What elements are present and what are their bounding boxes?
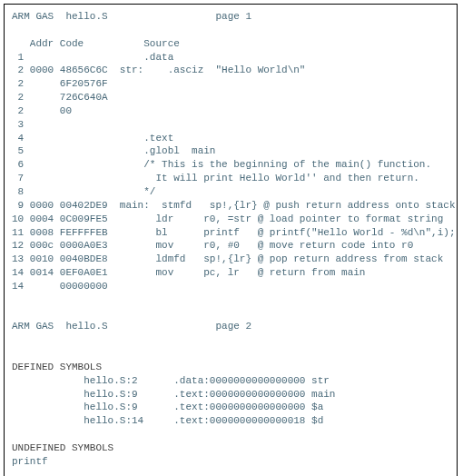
line-2c: 2 726C640A (12, 92, 108, 103)
line-1: 1 .data (12, 52, 173, 63)
undefsym-1: printf (12, 456, 48, 467)
listing-frame: ARM GAS hello.S page 1 Addr Code Source … (4, 4, 458, 476)
line-5: 5 .globl main (12, 145, 215, 156)
defsym-1: hello.S:2 .data:0000000000000000 str (12, 375, 330, 386)
page2-header: ARM GAS hello.S page 2 (12, 321, 251, 332)
undefined-symbols-header: UNDEFINED SYMBOLS (12, 442, 113, 453)
line-3: 3 (12, 119, 24, 130)
line-11: 11 0008 FEFFFFEB bl printf @ printf("Hel… (12, 227, 455, 238)
line-8: 8 */ (12, 186, 155, 197)
line-2b: 2 6F20576F (12, 78, 108, 89)
line-6: 6 /* This is the beginning of the main()… (12, 159, 431, 170)
line-9: 9 0000 00402DE9 main: stmfd sp!,{lr} @ p… (12, 200, 455, 211)
line-4: 4 .text (12, 133, 173, 144)
line-7: 7 It will print Hello World'' and then r… (12, 173, 419, 183)
defined-symbols-header: DEFINED SYMBOLS (12, 362, 102, 372)
line-10: 10 0004 0C009FE5 ldr r0, =str @ load poi… (12, 213, 443, 224)
line-14b: 14 00000000 (12, 281, 108, 292)
line-2: 2 0000 48656C6C str: .asciz "Hello World… (12, 64, 305, 75)
line-14: 14 0014 0EF0A0E1 mov pc, lr @ return fro… (12, 267, 365, 278)
listing-body: ARM GAS hello.S page 1 Addr Code Source … (12, 10, 449, 469)
defsym-4: hello.S:14 .text:0000000000000018 $d (12, 415, 323, 426)
page1-header: ARM GAS hello.S page 1 (12, 11, 251, 22)
line-12: 12 000c 0000A0E3 mov r0, #0 @ move retur… (12, 240, 413, 251)
defsym-3: hello.S:9 .text:0000000000000000 $a (12, 402, 323, 412)
line-2d: 2 00 (12, 105, 72, 116)
line-13: 13 0010 0040BDE8 ldmfd sp!,{lr} @ pop re… (12, 253, 443, 264)
defsym-2: hello.S:9 .text:0000000000000000 main (12, 389, 335, 400)
column-header: Addr Code Source (12, 38, 180, 49)
